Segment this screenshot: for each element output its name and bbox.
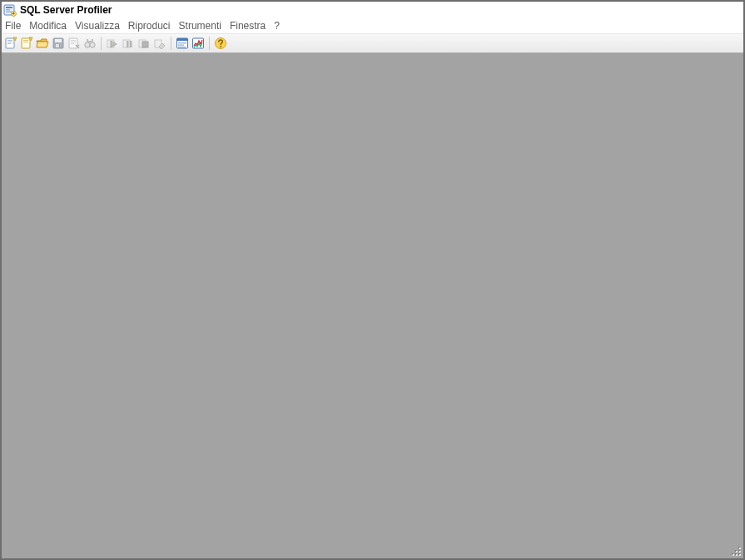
svg-rect-23 bbox=[71, 43, 74, 44]
new-trace-icon bbox=[4, 37, 17, 50]
menu-file[interactable]: File bbox=[5, 18, 21, 33]
pause-trace-button bbox=[121, 36, 136, 51]
svg-rect-14 bbox=[23, 42, 28, 42]
svg-rect-10 bbox=[7, 43, 11, 44]
svg-rect-22 bbox=[71, 42, 76, 42]
titlebar: SQL Server Profiler bbox=[2, 2, 743, 18]
resize-grip-icon[interactable] bbox=[730, 545, 742, 557]
activity-chart-icon bbox=[191, 37, 205, 50]
menu-replay[interactable]: Riproduci bbox=[128, 18, 171, 33]
menu-edit[interactable]: Modifica bbox=[29, 18, 67, 33]
new-trace-button[interactable] bbox=[3, 36, 18, 51]
svg-rect-28 bbox=[88, 41, 92, 42]
stop-trace-button bbox=[137, 36, 151, 51]
menu-view[interactable]: Visualizza bbox=[75, 18, 120, 33]
app-icon bbox=[3, 3, 17, 17]
tuning-advisor-icon bbox=[176, 37, 189, 50]
open-folder-icon bbox=[36, 37, 49, 50]
svg-rect-1 bbox=[6, 7, 12, 8]
svg-rect-19 bbox=[59, 44, 61, 47]
svg-rect-42 bbox=[178, 47, 186, 47]
svg-rect-2 bbox=[6, 9, 10, 11]
svg-rect-54 bbox=[736, 551, 738, 553]
svg-rect-35 bbox=[142, 42, 148, 47]
svg-rect-13 bbox=[23, 40, 28, 41]
clear-trace-button bbox=[152, 36, 167, 51]
svg-rect-53 bbox=[739, 551, 741, 553]
save-floppy-icon bbox=[52, 37, 65, 50]
toolbar-separator bbox=[171, 37, 171, 50]
svg-rect-26 bbox=[87, 39, 88, 42]
pause-icon bbox=[122, 37, 135, 50]
svg-rect-32 bbox=[127, 41, 129, 47]
svg-rect-17 bbox=[55, 39, 62, 42]
svg-rect-6 bbox=[12, 13, 15, 14]
toolbar-separator bbox=[101, 37, 102, 50]
svg-point-24 bbox=[85, 42, 90, 47]
svg-rect-21 bbox=[71, 40, 76, 41]
svg-rect-52 bbox=[739, 548, 741, 549]
start-play-icon bbox=[106, 37, 119, 50]
save-button bbox=[51, 36, 66, 51]
open-button[interactable] bbox=[35, 36, 50, 51]
activity-monitor-button[interactable] bbox=[191, 36, 206, 51]
stop-icon bbox=[137, 37, 151, 50]
help-button[interactable] bbox=[213, 36, 228, 51]
svg-point-25 bbox=[90, 42, 95, 47]
start-trace-button bbox=[105, 36, 120, 51]
new-template-icon bbox=[20, 37, 33, 50]
svg-rect-57 bbox=[733, 554, 734, 556]
svg-rect-33 bbox=[130, 41, 132, 47]
new-template-button[interactable] bbox=[19, 36, 34, 51]
svg-rect-27 bbox=[92, 39, 93, 42]
toolbar-separator bbox=[209, 37, 210, 50]
eraser-icon bbox=[153, 37, 166, 50]
svg-rect-3 bbox=[6, 12, 12, 13]
svg-rect-12 bbox=[22, 38, 30, 48]
toolbar bbox=[2, 34, 743, 53]
find-binoculars-icon bbox=[83, 37, 97, 50]
svg-rect-39 bbox=[177, 38, 188, 41]
find-button bbox=[82, 36, 97, 51]
menu-help[interactable]: ? bbox=[274, 18, 280, 33]
svg-rect-41 bbox=[178, 45, 184, 46]
menu-tools[interactable]: Strumenti bbox=[179, 18, 221, 33]
svg-rect-56 bbox=[736, 554, 738, 556]
menu-window[interactable]: Finestra bbox=[230, 18, 266, 33]
tuning-advisor-button[interactable] bbox=[175, 36, 190, 51]
svg-rect-40 bbox=[178, 42, 186, 43]
app-window: SQL Server Profiler File Modifica Visual… bbox=[0, 0, 745, 560]
window-title: SQL Server Profiler bbox=[20, 4, 112, 16]
svg-point-45 bbox=[220, 46, 221, 47]
svg-rect-9 bbox=[7, 42, 12, 42]
properties-button bbox=[67, 36, 82, 51]
svg-rect-8 bbox=[7, 40, 12, 41]
svg-rect-55 bbox=[739, 554, 741, 556]
mdi-workspace bbox=[2, 53, 743, 558]
menubar: File Modifica Visualizza Riproduci Strum… bbox=[2, 18, 743, 34]
properties-icon bbox=[67, 37, 81, 50]
help-icon bbox=[214, 37, 227, 50]
